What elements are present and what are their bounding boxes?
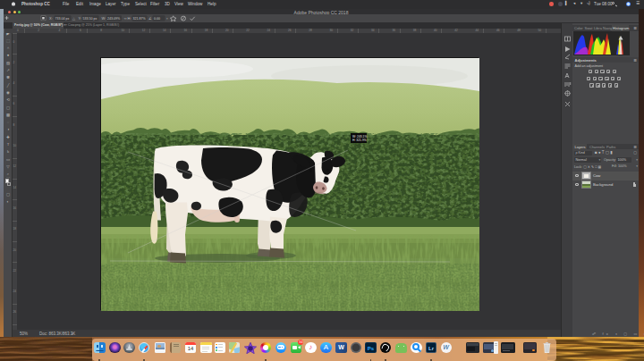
svg-text:▾: ▾ <box>166 17 168 21</box>
svg-text:533.50 px: 533.50 px <box>83 17 97 21</box>
svg-text:X:: X: <box>49 16 53 21</box>
svg-text:243.09%: 243.09% <box>107 17 121 21</box>
svg-text:∾: ∾ <box>124 16 127 21</box>
svg-text:W:: W: <box>102 16 106 21</box>
svg-text:W: 243.1%: W: 243.1% <box>352 135 368 139</box>
svg-text:Y:: Y: <box>79 16 82 21</box>
svg-text:H: 321.9%: H: 321.9% <box>352 139 367 142</box>
svg-text:321.87%: 321.87% <box>133 17 147 21</box>
svg-text:733.04 px: 733.04 px <box>55 17 70 21</box>
svg-text:H:: H: <box>128 16 131 21</box>
svg-text:0.00: 0.00 <box>154 17 160 21</box>
svg-text:∠: ∠ <box>148 16 152 21</box>
svg-text:△: △ <box>72 16 76 21</box>
